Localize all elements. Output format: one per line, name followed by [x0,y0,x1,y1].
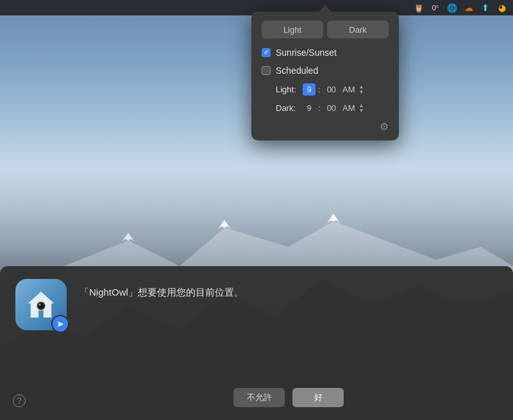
sunrise-sunset-row: Sunrise/Sunset [262,47,389,58]
light-mode-button[interactable]: Light [262,21,323,38]
upload-icon[interactable]: ⬆ [480,2,491,13]
settings-row: ⚙ [262,121,389,133]
scheduled-checkbox[interactable] [262,66,271,75]
light-minutes-value: 00 [323,83,340,96]
scheduled-label: Scheduled [276,65,318,76]
light-decrement-icon[interactable]: ▼ [359,90,364,95]
creative-cloud-icon[interactable]: ☁ [463,2,475,13]
dark-decrement-icon[interactable]: ▼ [359,108,364,113]
scheduled-row: Scheduled [262,65,389,76]
dark-colon: : [318,103,321,113]
light-time-input[interactable]: 9 : 00 AM ▲ ▼ [303,83,364,96]
question-mark-icon: ? [17,396,22,405]
dark-time-label: Dark: [276,103,303,113]
mode-toggle-row: Light Dark [262,21,389,38]
location-permission-dialog: ➤ 「NightOwl」想要使用您的目前位置。 不允許 好 ? [0,266,513,420]
nightowl-dropdown: Light Dark Sunrise/Sunset Scheduled Ligh… [251,12,399,140]
dialog-button-row: 不允許 好 [15,388,498,407]
timer-icon[interactable]: ◕ [496,2,508,13]
dark-time-spinner[interactable]: ▲ ▼ [359,103,364,113]
dark-mode-button[interactable]: Dark [327,21,389,38]
light-time-label: Light: [276,85,303,94]
sunrise-sunset-label: Sunrise/Sunset [276,47,337,58]
temperature-icon[interactable]: 0° [430,2,441,13]
nightowl-menubar-icon[interactable]: 🦉 [413,2,425,13]
nightowl-app-icon: ➤ [15,279,67,330]
light-hour-value[interactable]: 9 [303,83,315,96]
house-svg-icon [24,288,58,321]
dark-time-row: Dark: 9 : 00 AM ▲ ▼ [262,102,389,114]
location-badge: ➤ [51,315,69,333]
light-ampm: AM [342,85,355,94]
dark-minutes-value: 00 [323,102,340,114]
location-arrow-icon: ➤ [56,319,64,329]
svg-marker-5 [122,233,135,242]
deny-button[interactable]: 不允許 [233,388,285,407]
dark-hour-value: 9 [303,102,315,114]
dialog-message: 「NightOwl」想要使用您的目前位置。 [80,279,498,300]
light-time-spinner[interactable]: ▲ ▼ [359,85,364,95]
help-button[interactable]: ? [13,394,26,407]
light-colon: : [318,85,321,94]
dark-time-input[interactable]: 9 : 00 AM ▲ ▼ [303,102,364,114]
dark-ampm: AM [342,103,355,113]
svg-marker-3 [218,220,231,229]
allow-button[interactable]: 好 [292,388,344,407]
chrome-icon[interactable]: 🌐 [446,2,458,13]
light-time-row: Light: 9 : 00 AM ▲ ▼ [262,83,389,96]
svg-point-9 [39,304,41,306]
settings-gear-icon[interactable]: ⚙ [380,121,389,133]
sunrise-sunset-checkbox[interactable] [262,48,271,57]
dialog-content: ➤ 「NightOwl」想要使用您的目前位置。 [15,279,498,378]
